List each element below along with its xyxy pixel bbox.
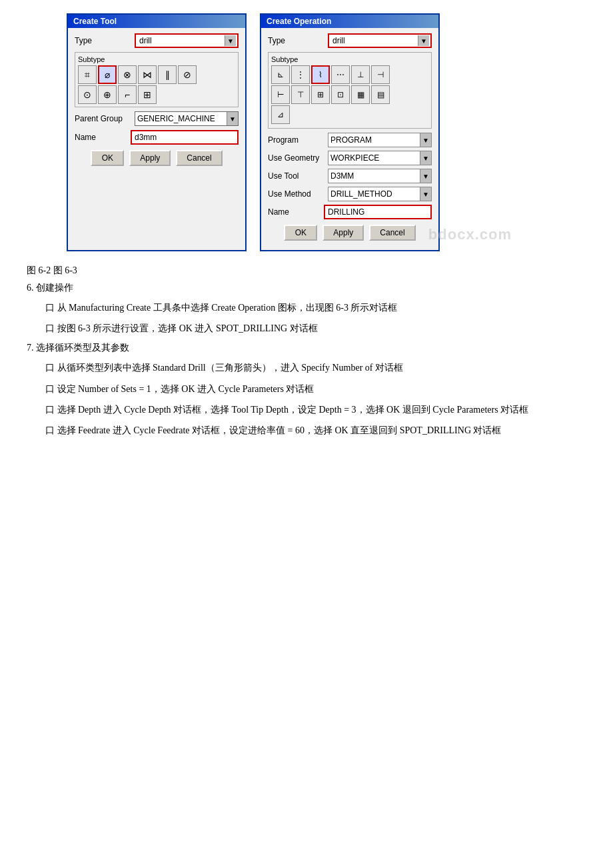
name-input[interactable]: [131, 130, 239, 145]
parent-group-row: Parent Group GENERIC_MACHINE ▼: [75, 111, 239, 126]
section7-label: 7. 选择循环类型及其参数: [27, 342, 586, 354]
subtype-icons-row1: ⌗ ⌀ ⊗ ⋈ ∥ ⊘: [78, 65, 235, 84]
op-subtype-icon-9[interactable]: ⊞: [311, 85, 330, 104]
use-tool-row: Use Tool D3MM ▼: [268, 169, 432, 183]
subtype-icon-7[interactable]: ⊙: [78, 85, 97, 104]
subtype-icon-4[interactable]: ⋈: [138, 65, 157, 84]
create-operation-dialog: Create Operation Type drill ▼ Subtype ⊾ …: [260, 13, 440, 251]
subtype-icon-2[interactable]: ⌀: [98, 65, 117, 84]
op-subtype-icon-13[interactable]: ⊿: [271, 105, 290, 124]
ok-button[interactable]: OK: [91, 150, 124, 166]
subtype-icon-6[interactable]: ⊘: [178, 65, 197, 84]
use-geometry-select[interactable]: WORKPIECE ▼: [328, 151, 432, 165]
program-arrow[interactable]: ▼: [420, 133, 431, 147]
use-method-row: Use Method DRILL_METHOD ▼: [268, 187, 432, 201]
program-label: Program: [268, 135, 328, 145]
subtype-icon-3[interactable]: ⊗: [118, 65, 137, 84]
use-tool-value: D3MM: [328, 171, 420, 181]
para6: 口 选择 Feedrate 进入 Cycle Feedrate 对话框，设定进给…: [27, 422, 586, 439]
op-subtype-row3: ⊿: [271, 105, 428, 124]
op-subtype-icon-11[interactable]: ▦: [351, 85, 370, 104]
op-subtype-row1: ⊾ ⋮ ⌇ ⋯ ⊥ ⊣: [271, 65, 428, 84]
para5: 口 选择 Depth 进入 Cycle Depth 对话框，选择 Tool Ti…: [27, 401, 586, 418]
type-row: Type drill ▼: [75, 33, 239, 48]
use-geometry-arrow[interactable]: ▼: [420, 151, 431, 165]
name-label: Name: [75, 133, 131, 142]
type-select-arrow[interactable]: ▼: [225, 35, 236, 46]
create-operation-title: Create Operation: [261, 15, 438, 28]
type-select-value: drill: [137, 36, 225, 45]
use-tool-select[interactable]: D3MM ▼: [328, 169, 432, 183]
create-tool-title: Create Tool: [68, 15, 245, 28]
op-name-row: Name: [268, 205, 432, 219]
op-subtype-icon-7[interactable]: ⊢: [271, 85, 290, 104]
op-type-arrow[interactable]: ▼: [418, 35, 429, 46]
para1: 口 从 Manufacturing Create 工具条中选择 Create O…: [27, 299, 586, 316]
dialogs-row: Create Tool Type drill ▼ Subtype ⌗ ⌀: [67, 13, 440, 258]
op-name-input[interactable]: [324, 205, 432, 219]
text-content: 图 6-2 图 6-3 6. 创建操作 口 从 Manufacturing Cr…: [27, 265, 586, 443]
op-subtype-icon-8[interactable]: ⊤: [291, 85, 310, 104]
create-operation-body: Type drill ▼ Subtype ⊾ ⋮ ⌇ ⋯ ⊥ ⊣: [261, 28, 438, 250]
parent-group-value: GENERIC_MACHINE: [135, 114, 227, 123]
para4: 口 设定 Number of Sets = 1，选择 OK 进入 Cycle P…: [27, 381, 586, 397]
figure-label: 图 6-2 图 6-3: [27, 265, 586, 277]
op-subtype-section: Subtype ⊾ ⋮ ⌇ ⋯ ⊥ ⊣ ⊢ ⊤ ⊞ ⊡ ▦: [268, 52, 432, 129]
subtype-icon-8[interactable]: ⊕: [98, 85, 117, 104]
subtype-icon-1[interactable]: ⌗: [78, 65, 97, 84]
apply-button[interactable]: Apply: [129, 150, 171, 166]
type-select[interactable]: drill ▼: [135, 33, 239, 48]
create-tool-buttons: OK Apply Cancel: [75, 150, 239, 170]
program-select[interactable]: PROGRAM ▼: [328, 133, 432, 147]
op-subtype-icon-4[interactable]: ⋯: [331, 65, 350, 84]
section6-label: 6. 创建操作: [27, 282, 586, 294]
watermark: bdocx.com: [428, 226, 512, 243]
use-geometry-value: WORKPIECE: [328, 153, 420, 163]
type-label: Type: [75, 36, 135, 45]
program-row: Program PROGRAM ▼: [268, 133, 432, 147]
program-value: PROGRAM: [328, 135, 420, 145]
op-subtype-icon-2[interactable]: ⋮: [291, 65, 310, 84]
subtype-icons-row2: ⊙ ⊕ ⌐ ⊞: [78, 85, 235, 104]
cancel-button[interactable]: Cancel: [176, 150, 222, 166]
op-type-row: Type drill ▼: [268, 33, 432, 48]
para3: 口 从循环类型列表中选择 Standard Drill（三角形箭头），进入 Sp…: [27, 359, 586, 376]
subtype-icon-5[interactable]: ∥: [158, 65, 177, 84]
name-row: Name: [75, 130, 239, 145]
parent-group-label: Parent Group: [75, 114, 135, 123]
op-subtype-icon-10[interactable]: ⊡: [331, 85, 350, 104]
op-type-select[interactable]: drill ▼: [328, 33, 432, 48]
subtype-label: Subtype: [78, 55, 235, 63]
create-tool-dialog: Create Tool Type drill ▼ Subtype ⌗ ⌀: [67, 13, 247, 251]
op-subtype-icon-12[interactable]: ▤: [371, 85, 390, 104]
subtype-icon-10[interactable]: ⊞: [138, 85, 157, 104]
op-name-label: Name: [268, 207, 324, 217]
use-geometry-row: Use Geometry WORKPIECE ▼: [268, 151, 432, 165]
op-apply-button[interactable]: Apply: [322, 225, 364, 241]
para2: 口 按图 6-3 所示进行设置，选择 OK 进入 SPOT_DRILLING 对…: [27, 320, 586, 337]
use-tool-label: Use Tool: [268, 171, 328, 181]
use-geometry-label: Use Geometry: [268, 153, 328, 163]
subtype-section: Subtype ⌗ ⌀ ⊗ ⋈ ∥ ⊘ ⊙ ⊕ ⌐ ⊞: [75, 52, 239, 107]
subtype-icon-9[interactable]: ⌐: [118, 85, 137, 104]
op-type-label: Type: [268, 36, 328, 45]
use-method-label: Use Method: [268, 189, 328, 199]
op-subtype-icon-5[interactable]: ⊥: [351, 65, 370, 84]
op-subtype-icon-6[interactable]: ⊣: [371, 65, 390, 84]
op-subtype-icon-1[interactable]: ⊾: [271, 65, 290, 84]
op-cancel-button[interactable]: Cancel: [369, 225, 415, 241]
parent-group-arrow[interactable]: ▼: [227, 112, 238, 125]
op-subtype-label: Subtype: [271, 55, 428, 63]
op-ok-button[interactable]: OK: [284, 225, 317, 241]
create-tool-body: Type drill ▼ Subtype ⌗ ⌀ ⊗ ⋈ ∥ ⊘: [68, 28, 245, 175]
parent-group-select[interactable]: GENERIC_MACHINE ▼: [135, 111, 239, 126]
op-subtype-icon-3[interactable]: ⌇: [311, 65, 330, 84]
use-tool-arrow[interactable]: ▼: [420, 169, 431, 183]
use-method-arrow[interactable]: ▼: [420, 187, 431, 201]
use-method-value: DRILL_METHOD: [328, 189, 420, 199]
op-type-value: drill: [330, 36, 418, 45]
page-content: Create Tool Type drill ▼ Subtype ⌗ ⌀: [27, 13, 586, 443]
use-method-select[interactable]: DRILL_METHOD ▼: [328, 187, 432, 201]
create-operation-buttons: OK Apply Cancel bdocx.com: [268, 225, 432, 245]
op-subtype-row2: ⊢ ⊤ ⊞ ⊡ ▦ ▤: [271, 85, 428, 104]
